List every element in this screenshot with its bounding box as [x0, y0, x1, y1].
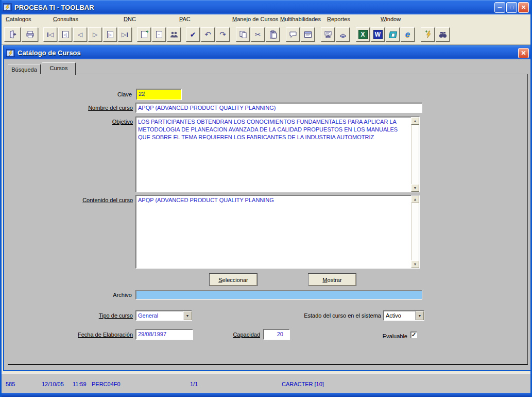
catalogo-de-cursos-window: Catálogo de Cursos ✕ Búsqueda Cursos Cla…	[3, 45, 532, 371]
terminal-icon	[324, 30, 332, 39]
page-last-button[interactable]: ▷	[103, 27, 117, 42]
book-button[interactable]	[336, 27, 350, 42]
scroll-down-icon[interactable]: ▼	[411, 184, 419, 192]
tipo-de-curso-dropdown[interactable]: General ▼	[135, 310, 192, 321]
contenido-scrollbar[interactable]: ▲ ▼	[411, 195, 419, 268]
mostrar-button[interactable]: Mostrar	[308, 273, 356, 286]
exit-button[interactable]	[4, 27, 21, 42]
comment-button[interactable]	[286, 27, 300, 42]
scroll-up-icon[interactable]: ▲	[411, 195, 419, 203]
application-window: PROCESA TI - TOOLBAR ─ □ ✕ Catalogos Con…	[0, 0, 532, 397]
minimize-button[interactable]: ─	[494, 2, 505, 13]
next-record-icon: ▷	[93, 31, 97, 38]
archivo-input[interactable]	[135, 290, 422, 300]
archivo-label: Archivo	[80, 292, 132, 298]
form-icon	[304, 30, 312, 39]
cut-button[interactable]: ✂	[251, 27, 265, 42]
objetivo-label: Objetivo	[70, 119, 133, 125]
redo-button[interactable]: ↷	[216, 27, 230, 42]
child-window-title: Catálogo de Cursos	[18, 49, 518, 57]
paste-button[interactable]	[266, 27, 280, 42]
form-button[interactable]	[301, 27, 315, 42]
text-caret	[145, 91, 145, 97]
undo-icon: ↶	[204, 30, 211, 39]
excel-icon: X	[358, 30, 368, 39]
seleccionar-button[interactable]: Seleccionar	[209, 273, 258, 286]
window-frame-bottom	[0, 393, 532, 397]
notes-button[interactable]	[386, 27, 400, 42]
tab-cursos[interactable]: Cursos	[42, 62, 76, 75]
menu-bar: Catalogos Consultas DNC PAC Manejo de Cu…	[2, 14, 530, 25]
group-button[interactable]	[167, 27, 181, 42]
notes-icon	[388, 31, 397, 38]
paste-icon	[269, 30, 277, 39]
group-icon	[170, 30, 178, 39]
scrollbar-thumb[interactable]	[411, 125, 419, 184]
delete-row-button[interactable]: −	[152, 27, 166, 42]
comment-icon	[289, 30, 297, 39]
excel-button[interactable]: X	[356, 27, 370, 42]
menu-item-multihabilidades[interactable]: Multihabilidades	[280, 16, 321, 22]
copy-button[interactable]	[236, 27, 250, 42]
delete-row-icon: −	[156, 31, 162, 38]
fecha-de-elaboracion-input[interactable]: 29/08/1997	[135, 329, 193, 340]
menu-item-catalogos[interactable]: Catalogos	[6, 16, 31, 22]
maximize-icon: □	[510, 5, 513, 10]
capacidad-label: Capacidad	[227, 332, 260, 338]
menu-item-dnc[interactable]: DNC	[124, 16, 136, 22]
status-time: 11:59	[73, 381, 87, 387]
objetivo-scrollbar[interactable]: ▲ ▼	[411, 117, 419, 192]
scroll-down-icon[interactable]: ▼	[411, 260, 419, 268]
find-button[interactable]	[436, 27, 450, 42]
clave-input[interactable]: 22	[136, 89, 182, 100]
binoculars-icon	[439, 30, 447, 39]
evaluable-checkbox[interactable]: ✓	[410, 332, 417, 338]
child-window-icon	[6, 49, 15, 57]
menu-item-pac[interactable]: PAC	[179, 16, 191, 22]
clave-label: Clave	[80, 91, 132, 97]
tab-busqueda[interactable]: Búsqueda	[8, 64, 41, 74]
terminal-button[interactable]	[321, 27, 335, 42]
insert-row-button[interactable]: +	[137, 27, 151, 42]
chevron-down-icon[interactable]: ▼	[415, 311, 424, 320]
first-record-button[interactable]: ◁	[43, 27, 57, 42]
scroll-up-icon[interactable]: ▲	[411, 117, 419, 125]
status-date: 12/10/05	[42, 381, 64, 387]
next-record-button[interactable]: ▷	[88, 27, 102, 42]
word-button[interactable]: W	[371, 27, 385, 42]
lightning-button[interactable]	[421, 27, 435, 42]
insert-row-icon: +	[141, 31, 147, 38]
last-record-button[interactable]: ▷	[118, 27, 132, 42]
menu-item-reportes[interactable]: Reportes	[327, 16, 350, 22]
copy-icon	[239, 30, 247, 39]
status-bar: 585 12/10/05 11:59 PERC04F0 1/1 CARACTER…	[2, 373, 530, 393]
child-close-button[interactable]: ✕	[518, 48, 529, 58]
undo-button[interactable]: ↶	[201, 27, 215, 42]
cut-icon: ✂	[255, 30, 261, 39]
menu-item-manejo-de-cursos[interactable]: Manejo de Cursos	[232, 16, 278, 22]
child-client-area: Búsqueda Cursos Clave 22 Nombre del curs…	[4, 59, 531, 370]
maximize-button[interactable]: □	[506, 2, 517, 13]
menu-item-consultas[interactable]: Consultas	[53, 16, 78, 22]
contenido-del-curso-textarea[interactable]: APQP (ADVANCED PRODUCT QUALITY PLANNING …	[135, 195, 420, 269]
scrollbar-thumb[interactable]	[411, 203, 419, 260]
accept-button[interactable]: ✔	[186, 27, 200, 42]
main-titlebar[interactable]: PROCESA TI - TOOLBAR ─ □ ✕	[0, 0, 532, 14]
objetivo-textarea[interactable]: LOS PARTICIPANTES OBTENDRAN LOS CONOCIMI…	[135, 117, 420, 192]
estado-del-curso-dropdown[interactable]: Activo ▼	[383, 310, 424, 321]
print-button[interactable]	[22, 27, 38, 42]
nombre-del-curso-input[interactable]: APQP (ADVANCED PRODUCT QUALITY PLANNING)	[135, 103, 422, 113]
page-first-button[interactable]: ◁	[58, 27, 72, 42]
close-button[interactable]: ✕	[518, 2, 529, 13]
internet-explorer-button[interactable]: e	[401, 27, 415, 42]
status-user: PERC04F0	[92, 381, 121, 387]
cursos-tab-panel: Clave 22 Nombre del curso APQP (ADVANCED…	[8, 74, 528, 365]
chevron-down-icon[interactable]: ▼	[183, 311, 192, 320]
app-icon	[3, 3, 12, 11]
prev-record-button[interactable]: ◁	[73, 27, 87, 42]
accept-check-icon: ✔	[190, 30, 196, 39]
capacidad-input[interactable]: 20	[263, 329, 290, 340]
page-last-icon: ▷	[107, 31, 113, 38]
menu-item-window[interactable]: Window	[381, 16, 401, 22]
child-titlebar[interactable]: Catálogo de Cursos ✕	[4, 46, 531, 59]
